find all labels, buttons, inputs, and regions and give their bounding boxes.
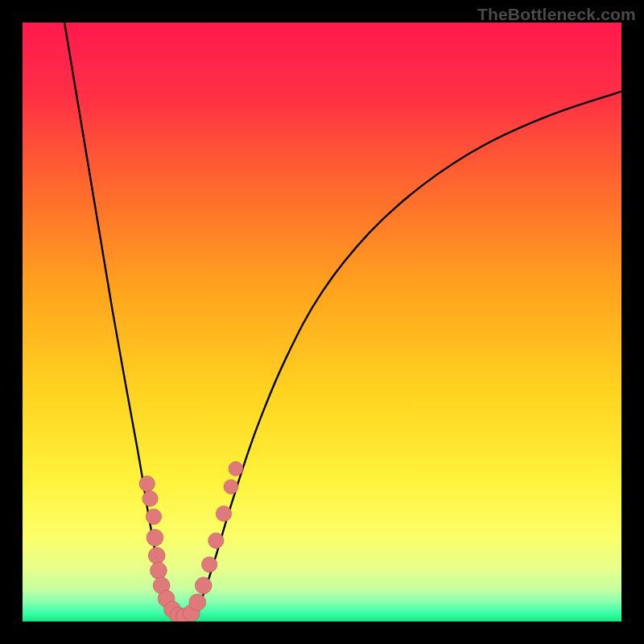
- svg-rect-0: [23, 23, 621, 621]
- watermark-text: TheBottleneck.com: [477, 5, 636, 24]
- background-gradient: [23, 23, 621, 621]
- plot-area: [23, 23, 621, 621]
- chart-frame: TheBottleneck.com: [0, 0, 644, 644]
